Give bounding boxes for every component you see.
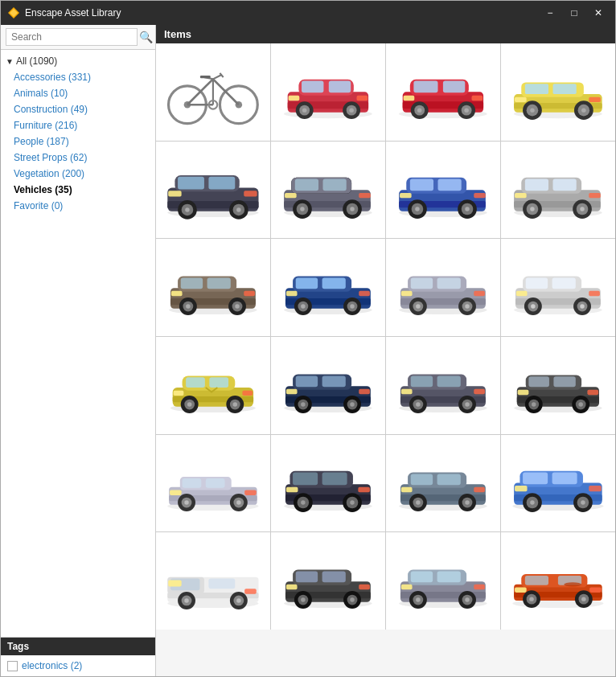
asset-item-car-red[interactable] [271,43,385,141]
car-yellow-image [507,48,610,136]
svg-rect-196 [286,389,298,394]
svg-rect-257 [411,474,433,485]
tag-checkbox-electronics[interactable] [7,661,18,671]
asset-item-car-light-silver[interactable] [501,239,615,336]
search-icon[interactable]: 🔍 [139,31,153,43]
svg-rect-216 [554,376,576,387]
svg-rect-141 [359,291,370,296]
svg-line-10 [213,75,222,79]
svg-rect-183 [243,391,253,396]
svg-rect-89 [410,178,433,191]
svg-point-51 [530,108,534,112]
asset-item-car-compact-dark[interactable] [501,337,615,434]
tree-item-street-props[interactable]: Street Props (62) [1,150,155,166]
svg-rect-75 [295,178,318,191]
svg-point-338 [564,583,581,587]
tag-item-electronics[interactable]: electronics (2) [7,660,149,671]
tags-section-header: Tags [1,637,155,655]
asset-item-car-grey-hatch[interactable] [271,142,385,239]
car-darkgrey-sedan-image [277,537,380,625]
asset-item-car-brown[interactable] [156,239,270,336]
svg-rect-160 [552,278,576,289]
svg-rect-118 [207,278,231,289]
svg-point-181 [233,402,237,406]
tree-item-animals[interactable]: Animals (10) [1,85,155,101]
svg-point-276 [530,500,534,504]
asset-item-car-blue-large[interactable] [501,435,615,532]
svg-rect-55 [515,97,527,102]
tags-content: electronics (2) [1,655,155,676]
svg-point-220 [532,402,536,406]
grid-area[interactable] [156,43,615,676]
svg-rect-258 [437,474,461,485]
asset-item-car-dark-blue[interactable] [271,337,385,434]
svg-rect-174 [209,377,228,388]
car-dark-blue-image [277,342,380,429]
tree-item-vehicles[interactable]: Vehicles (35) [1,182,155,198]
asset-item-car-blue-2[interactable] [271,239,385,336]
maximize-button[interactable]: □ [564,5,585,21]
svg-rect-202 [437,376,461,388]
asset-item-car-darkgrey-sedan[interactable] [271,532,385,630]
car-silver-image [507,146,610,234]
car-light-silver-image [507,244,610,331]
app-title: Enscape Asset Library [25,7,540,18]
svg-point-248 [301,500,305,504]
svg-line-6 [187,79,213,105]
asset-item-car-yellow[interactable] [501,43,615,141]
asset-item-car-silver-2[interactable] [386,239,500,336]
tree-item-construction[interactable]: Construction (49) [1,101,155,117]
svg-rect-215 [528,376,549,387]
asset-item-van-white[interactable] [156,532,270,630]
car-orange-sports-image [507,537,610,625]
svg-rect-314 [437,572,461,583]
svg-rect-104 [553,178,577,191]
tree-item-all[interactable]: ▼ All (1090) [1,53,155,69]
car-yellow-small-image [162,342,265,429]
svg-rect-140 [286,291,298,296]
svg-rect-327 [525,576,548,585]
asset-item-car-silver[interactable] [501,142,615,239]
tree-item-favorite[interactable]: Favorite (0) [1,198,155,214]
svg-rect-154 [401,291,413,296]
asset-item-bicycle[interactable] [156,43,270,141]
svg-rect-32 [413,81,437,93]
tree-item-people[interactable]: People (187) [1,133,155,150]
search-input[interactable] [6,28,138,46]
minimize-button[interactable]: − [540,5,561,21]
svg-rect-159 [526,278,548,289]
asset-item-car-blue[interactable] [386,142,500,239]
svg-rect-308 [286,585,298,589]
car-grey-hatch-image [277,146,380,234]
asset-item-car-orange-sports[interactable] [501,532,615,630]
tree-section: ▼ All (1090) Accessories (331) Animals (… [1,50,155,637]
asset-item-car-slate[interactable] [386,435,500,532]
svg-point-234 [184,500,188,504]
svg-point-209 [465,402,469,406]
svg-point-54 [581,108,585,112]
tree-item-accessories[interactable]: Accessories (331) [1,69,155,85]
svg-point-37 [417,108,421,112]
asset-item-car-dark-suv[interactable] [156,142,270,239]
svg-point-332 [529,597,533,601]
svg-point-80 [300,207,304,211]
svg-point-321 [465,598,469,602]
svg-point-262 [416,500,420,504]
tree-item-vegetation[interactable]: Vegetation (200) [1,166,155,182]
svg-point-335 [581,597,585,601]
svg-rect-252 [286,487,298,492]
asset-item-car-dark-grey-2[interactable] [386,337,500,434]
tree-item-furniture[interactable]: Furniture (216) [1,117,155,133]
svg-rect-41 [404,96,415,101]
svg-point-293 [236,599,240,603]
asset-item-car-dark-hatch[interactable] [271,435,385,532]
asset-item-car-yellow-small[interactable] [156,337,270,434]
svg-rect-286 [209,579,236,589]
svg-rect-271 [523,472,548,484]
close-button[interactable]: ✕ [588,5,609,21]
svg-rect-336 [515,588,527,593]
car-brown-image [162,244,265,331]
asset-item-car-red-orange[interactable] [386,43,500,141]
asset-item-car-grey-sedan[interactable] [386,532,500,630]
asset-item-car-silver-conv[interactable] [156,435,270,532]
